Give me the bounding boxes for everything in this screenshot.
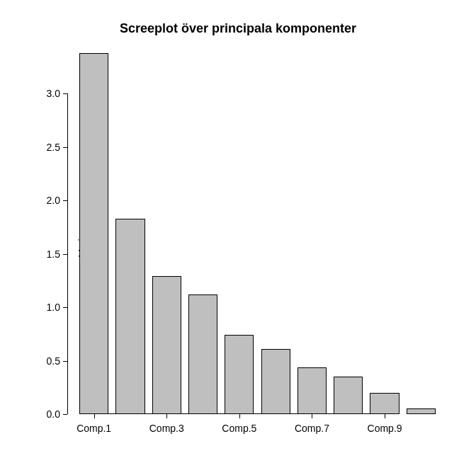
x-tick-mark — [166, 414, 167, 418]
y-tick-mark — [63, 147, 67, 148]
screeplot-chart: Screeplot över principala komponenter Va… — [0, 0, 476, 475]
y-tick-label: 1.5 — [47, 248, 60, 260]
x-tick-label: Comp.9 — [368, 423, 402, 434]
y-tick-label: 2.0 — [47, 195, 60, 206]
bar — [334, 377, 363, 414]
plot-area: Variances 0.00.51.01.52.02.53.0Comp.1Com… — [67, 53, 443, 414]
x-tick-mark — [239, 414, 240, 418]
bar — [152, 276, 181, 414]
y-tick-label: 0.5 — [47, 355, 60, 367]
bar — [298, 367, 327, 414]
bar — [188, 294, 217, 414]
x-tick-mark — [385, 414, 385, 418]
y-tick-label: 0.0 — [47, 408, 60, 420]
y-axis-line — [67, 93, 68, 414]
y-tick-mark — [63, 254, 67, 255]
bar — [115, 219, 144, 414]
bar — [261, 349, 290, 414]
bar — [225, 335, 254, 414]
x-tick-label: Comp.5 — [222, 423, 256, 434]
x-tick-label: Comp.1 — [76, 423, 111, 434]
y-tick-label: 2.5 — [47, 142, 60, 153]
x-tick-label: Comp.7 — [295, 423, 329, 434]
x-tick-mark — [94, 414, 95, 418]
y-tick-mark — [63, 307, 67, 308]
y-tick-mark — [63, 93, 67, 94]
y-tick-label: 1.0 — [47, 302, 60, 313]
chart-title: Screeplot över principala komponenter — [0, 21, 476, 36]
bar — [79, 53, 108, 414]
y-tick-mark — [63, 200, 67, 201]
bar — [370, 393, 399, 414]
x-tick-label: Comp.3 — [149, 423, 184, 434]
y-tick-mark — [63, 361, 67, 362]
y-tick-mark — [63, 414, 67, 415]
y-tick-label: 3.0 — [47, 88, 60, 99]
bar — [407, 408, 436, 414]
x-tick-mark — [312, 414, 312, 418]
